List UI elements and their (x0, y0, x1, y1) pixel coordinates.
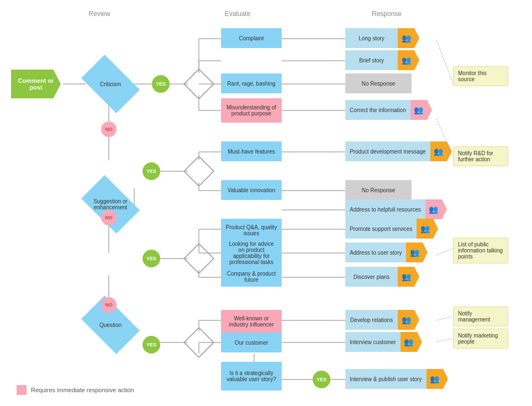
note-notify-mgmt: Notify management (453, 307, 508, 326)
small-diamond-4 (188, 331, 210, 354)
eval-company-future: Company & product future (221, 267, 282, 287)
resp-no-response-1: No Response (345, 73, 412, 93)
resp-interview-customer: Interview customer 👥 (345, 332, 417, 352)
yes-circle-5: YES (313, 371, 330, 388)
note-notify-rd: Notify R&D for further action (453, 146, 508, 166)
yes-circle-3: YES (143, 250, 160, 267)
resp-correct-info: Correct the information 👥 (345, 100, 427, 120)
resp-discover-plans: Discover plans 👥 (345, 267, 414, 287)
legend-color-box (17, 385, 27, 395)
resp-address-helpful: Address to helpfull resources 👥 (345, 199, 442, 219)
col-response: Response (354, 10, 420, 18)
svg-line-53 (436, 317, 453, 320)
eval-our-customer: Our customer (221, 333, 282, 352)
svg-line-54 (436, 339, 453, 342)
eval-misunderstanding: Misunderstanding of product purpose (221, 98, 282, 123)
diagram: Review Evaluate Response Comment or post… (0, 0, 532, 406)
eval-complaint: Complaint (221, 28, 282, 48)
small-diamond-2 (188, 160, 210, 182)
resp-address-user: Address to user story 👥 (345, 242, 423, 262)
note-notify-marketing: Notify marketing people (453, 329, 508, 349)
svg-line-50 (436, 40, 453, 83)
eval-looking-advice: Looking for advice on product applicabil… (221, 238, 282, 268)
note-list-public: List of public information talking point… (453, 238, 508, 263)
small-diamond-1 (188, 73, 210, 95)
resp-interview-publish: Interview & publish user story 👥 (345, 369, 443, 389)
legend-text: Requires immediate responsive action (31, 387, 134, 393)
start-node: Comment or post (11, 70, 61, 98)
question-node: Question (86, 308, 135, 341)
yes-circle-4: YES (143, 336, 160, 354)
eval-strategically: Is it a strategically valuable user stor… (221, 362, 282, 391)
note-monitor: Monitor this source (453, 66, 508, 86)
svg-line-52 (436, 249, 453, 255)
resp-promote-support: Promote support services 👥 (345, 219, 433, 239)
criticism-node: Criticism (86, 67, 135, 101)
eval-must-have: Must-have features (221, 141, 282, 161)
resp-brief-story: Brief story 👥 (345, 50, 414, 70)
yes-circle-1: YES (152, 75, 170, 93)
legend: Requires immediate responsive action (17, 385, 134, 395)
no-circle-3: NO (101, 297, 117, 313)
col-evaluate: Evaluate (204, 10, 271, 18)
eval-valuable: Valuable innovation (221, 180, 282, 200)
small-diamond-3 (188, 247, 210, 270)
resp-product-dev: Product development message 👥 (345, 141, 447, 161)
col-review: Review (66, 10, 133, 18)
resp-long-story: Long story 👥 (345, 28, 414, 48)
yes-circle-2: YES (143, 162, 160, 180)
resp-develop-relations: Develop relations 👥 (345, 310, 414, 330)
eval-rant: Rant, rage, bashing (221, 73, 282, 93)
no-circle-1: NO (101, 122, 117, 137)
eval-well-known: Well-known or industry influencer (221, 310, 282, 333)
no-circle-2: NO (101, 210, 117, 225)
resp-no-response-2: No Response (345, 180, 412, 200)
